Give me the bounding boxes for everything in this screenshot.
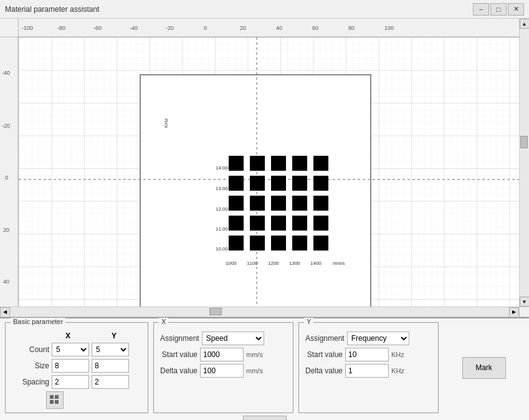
scroll-thumb-v[interactable] — [520, 136, 528, 148]
size-y-input[interactable] — [92, 359, 129, 373]
svg-text:60: 60 — [312, 25, 318, 31]
grid-icon-button[interactable] — [46, 391, 64, 409]
scrollbar-vertical[interactable]: ▲ ▼ — [519, 19, 529, 307]
grid-icon — [49, 394, 60, 406]
scroll-down-button[interactable]: ▼ — [520, 297, 530, 307]
svg-rect-39 — [292, 156, 307, 171]
scroll-thumb-h[interactable] — [209, 308, 222, 315]
y-start-row: Start value KHz — [305, 348, 432, 361]
svg-text:80: 80 — [348, 25, 355, 31]
x-col-label: X — [46, 332, 90, 340]
x-delta-unit: mm/s — [246, 367, 265, 375]
ruler-corner — [0, 19, 19, 37]
scroll-left-button[interactable]: ◀ — [0, 307, 10, 317]
count-x-select[interactable]: 5346 — [52, 343, 89, 356]
count-label: Count — [12, 345, 49, 354]
svg-text:12.00: 12.00 — [216, 206, 229, 212]
svg-text:0: 0 — [204, 25, 207, 31]
svg-text:14.00: 14.00 — [216, 165, 229, 171]
x-start-input[interactable] — [200, 348, 244, 361]
y-fields: Assignment FrequencySpeedPower Start val… — [305, 332, 432, 378]
svg-text:1100: 1100 — [247, 260, 258, 266]
spacing-y-input[interactable] — [92, 375, 129, 389]
svg-rect-55 — [313, 216, 328, 231]
size-x-input[interactable] — [52, 359, 89, 373]
window-controls: − □ ✕ — [473, 3, 524, 16]
scroll-up-button[interactable]: ▲ — [520, 19, 530, 29]
y-delta-input[interactable] — [345, 364, 389, 378]
svg-rect-38 — [271, 156, 286, 171]
svg-rect-58 — [271, 236, 286, 251]
svg-text:KHz: KHz — [163, 118, 169, 128]
scroll-track-v[interactable] — [520, 29, 529, 297]
scroll-right-button[interactable]: ▶ — [509, 307, 519, 317]
svg-text:0: 0 — [5, 174, 8, 181]
size-label: Size — [12, 361, 49, 370]
icon-row — [12, 391, 141, 409]
basic-param-title: Basic parameter — [11, 318, 65, 325]
svg-rect-47 — [250, 196, 265, 211]
svg-text:40: 40 — [3, 279, 9, 285]
x-start-unit: mm/s — [246, 351, 265, 358]
mark-section: Mark — [444, 322, 524, 413]
x-start-label: Start value — [160, 350, 198, 359]
spacing-x-input[interactable] — [52, 375, 89, 389]
y-section-title: Y — [304, 318, 313, 325]
svg-text:-40: -40 — [2, 70, 10, 76]
window-title: Material parameter assistant — [5, 5, 473, 14]
count-y-select[interactable]: 5346 — [92, 343, 129, 356]
refresh-button[interactable]: Refresh — [243, 416, 287, 420]
count-row: Count 5346 5346 — [12, 343, 141, 356]
svg-rect-59 — [292, 236, 307, 251]
svg-text:-20: -20 — [2, 123, 10, 129]
scrollbar-horizontal[interactable]: ◀ ▶ — [0, 307, 519, 317]
size-row: Size — [12, 359, 141, 373]
svg-rect-44 — [292, 176, 307, 191]
svg-text:40: 40 — [276, 25, 282, 31]
x-delta-label: Delta value — [160, 366, 198, 375]
svg-text:-20: -20 — [166, 25, 174, 31]
maximize-button[interactable]: □ — [490, 3, 507, 16]
svg-rect-51 — [229, 216, 244, 231]
minimize-button[interactable]: − — [473, 3, 489, 16]
svg-rect-48 — [271, 196, 286, 211]
main-container: ▲ ▼ ◀ ▶ -100 — [0, 19, 529, 420]
svg-rect-41 — [229, 176, 244, 191]
y-delta-label: Delta value — [305, 366, 343, 375]
basic-parameter-section: Basic parameter X Y Count 5346 5346 — [5, 322, 148, 413]
refresh-row: Refresh — [5, 416, 524, 420]
titlebar: Material parameter assistant − □ ✕ — [0, 0, 529, 19]
ruler-horizontal: -100 -80 -60 -40 -20 0 20 40 60 80 100 — [19, 19, 519, 37]
xy-header: X Y — [12, 332, 141, 340]
y-start-input[interactable] — [345, 348, 389, 361]
svg-rect-64 — [55, 400, 59, 404]
scroll-track-h[interactable] — [10, 307, 509, 317]
y-delta-unit: KHz — [391, 367, 410, 375]
svg-rect-36 — [229, 156, 244, 171]
svg-rect-49 — [292, 196, 307, 211]
svg-rect-46 — [229, 196, 244, 211]
svg-text:20: 20 — [3, 227, 9, 233]
svg-text:13.00: 13.00 — [216, 186, 229, 191]
svg-rect-53 — [271, 216, 286, 231]
svg-rect-54 — [292, 216, 307, 231]
svg-rect-50 — [313, 196, 328, 211]
scroll-corner — [519, 307, 529, 317]
x-delta-input[interactable] — [200, 364, 244, 378]
ruler-v-svg: -40 -20 0 20 40 — [0, 37, 19, 307]
y-assignment-select[interactable]: FrequencySpeedPower — [347, 332, 409, 345]
svg-text:10.00: 10.00 — [216, 246, 229, 252]
x-delta-row: Delta value mm/s — [160, 364, 287, 378]
svg-rect-52 — [250, 216, 265, 231]
grid-canvas: KHz 1000 1100 1200 1300 1400 mm/s 10.00 … — [19, 37, 519, 307]
x-assignment-select[interactable]: SpeedFrequencyPower — [202, 332, 264, 345]
svg-rect-56 — [229, 236, 244, 251]
svg-rect-62 — [55, 395, 59, 399]
close-button[interactable]: ✕ — [508, 3, 524, 16]
mark-button[interactable]: Mark — [462, 357, 506, 379]
x-assignment-label: Assignment — [160, 334, 199, 343]
y-section: Y Assignment FrequencySpeedPower Start v… — [298, 322, 439, 413]
svg-text:-100: -100 — [22, 25, 33, 31]
svg-text:mm/s: mm/s — [333, 260, 345, 266]
svg-text:11.00: 11.00 — [216, 226, 229, 232]
